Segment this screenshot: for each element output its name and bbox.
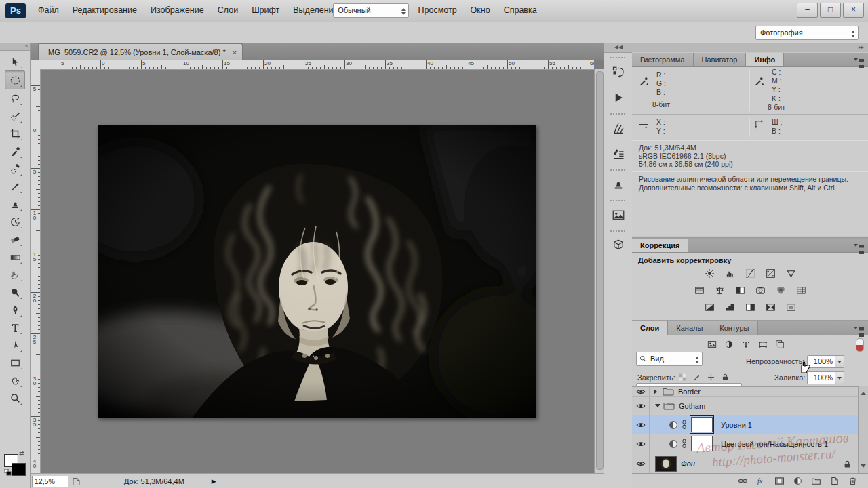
actions-panel-icon[interactable] <box>604 85 633 110</box>
mask-link-icon[interactable] <box>682 420 687 430</box>
layer-mask-thumbnail[interactable] <box>691 436 713 451</box>
adjustment-filter-button[interactable] <box>722 338 736 350</box>
black-white-adjustment-button[interactable] <box>732 284 748 297</box>
invert-adjustment-button[interactable] <box>701 301 717 314</box>
color-balance-adjustment-button[interactable] <box>711 284 728 297</box>
menu-item-layers[interactable]: Слои <box>211 0 245 22</box>
type-tool[interactable] <box>5 319 24 336</box>
strip-expand-header[interactable]: ◀◀ <box>604 43 633 53</box>
layer-mask-thumbnail[interactable] <box>691 417 713 432</box>
tab-layers[interactable]: Слои <box>632 321 668 335</box>
menu-item-edit[interactable]: Редактирование <box>66 0 144 22</box>
materials-panel-icon[interactable] <box>604 232 633 258</box>
link-layers-button[interactable] <box>736 476 749 487</box>
gradient-map-adjustment-button[interactable] <box>762 301 778 314</box>
posterize-adjustment-button[interactable] <box>722 301 738 314</box>
visibility-eye-icon[interactable] <box>632 387 650 396</box>
color-lookup-adjustment-button[interactable] <box>793 284 809 297</box>
lock-position-button[interactable] <box>705 371 717 383</box>
panel-menu-icon[interactable] <box>854 324 865 332</box>
tab-paths[interactable]: Контуры <box>711 321 757 335</box>
pen-tool[interactable] <box>5 301 24 319</box>
mask-link-icon[interactable] <box>682 439 687 449</box>
zoom-level-field[interactable]: 12,5% <box>32 476 68 487</box>
swap-colors-icon[interactable]: ⇄ <box>19 450 24 457</box>
dodge-tool[interactable] <box>5 283 24 301</box>
lock-all-button[interactable] <box>719 371 731 383</box>
layer-row-background[interactable]: Фон <box>632 453 859 474</box>
brightness-contrast-adjustment-button[interactable] <box>701 267 717 280</box>
opacity-dropdown-icon[interactable] <box>835 355 844 368</box>
eyedropper-tool[interactable] <box>5 142 24 160</box>
opacity-value[interactable]: 100% <box>807 355 836 368</box>
hand-tool[interactable] <box>5 371 24 389</box>
menu-item-file[interactable]: Файл <box>31 0 66 22</box>
gradient-tool[interactable] <box>5 248 24 266</box>
quick-selection-tool[interactable] <box>5 107 24 125</box>
canvas-viewport[interactable] <box>40 69 594 473</box>
menu-item-help[interactable]: Справка <box>497 0 544 22</box>
selective-color-adjustment-button[interactable] <box>783 301 799 314</box>
brush-panel-icon[interactable] <box>604 115 633 141</box>
fill-value[interactable]: 100% <box>807 371 836 384</box>
lock-transparency-button[interactable] <box>677 371 688 383</box>
layer-row-gotham[interactable]: Gotham <box>632 396 859 415</box>
levels-adjustment-button[interactable] <box>722 267 738 280</box>
clone-source-panel-icon[interactable] <box>604 171 633 197</box>
path-selection-tool[interactable] <box>5 336 24 354</box>
panel-menu-icon[interactable] <box>854 241 865 249</box>
menu-item-image[interactable]: Изображение <box>144 0 211 22</box>
minimize-button[interactable]: – <box>797 3 818 18</box>
elliptical-marquee-tool[interactable] <box>5 70 25 89</box>
shape-filter-button[interactable] <box>756 338 770 350</box>
layer-row-hue-saturation[interactable]: Цветовой тон/Насыщенность 1 <box>632 434 859 453</box>
new-layer-button[interactable] <box>828 476 840 487</box>
hue-saturation-adjustment-button[interactable] <box>691 284 707 297</box>
tab-adjustments[interactable]: Коррекция <box>632 239 688 252</box>
filtering-toggle[interactable] <box>856 338 864 352</box>
tab-close-icon[interactable]: × <box>233 48 237 56</box>
zoom-tool[interactable] <box>5 389 24 407</box>
photo-canvas[interactable] <box>98 125 536 418</box>
fill-dropdown-icon[interactable] <box>835 371 844 384</box>
group-collapsed-icon[interactable] <box>654 389 660 394</box>
tab-channels[interactable]: Каналы <box>668 321 711 335</box>
menu-item-type[interactable]: Шрифт <box>245 0 286 22</box>
rectangle-tool[interactable] <box>5 354 24 371</box>
threshold-adjustment-button[interactable] <box>742 301 758 314</box>
tab-histogram[interactable]: Гистограмма <box>632 53 694 66</box>
canvas-vertical-scrollbar[interactable] <box>594 69 604 473</box>
tab-navigator[interactable]: Навигатор <box>694 53 747 66</box>
menu-item-window[interactable]: Окно <box>464 0 497 22</box>
layer-kind-select[interactable]: Вид <box>636 352 703 366</box>
history-brush-tool[interactable] <box>5 213 24 230</box>
vibrance-adjustment-button[interactable] <box>783 267 799 280</box>
menu-item-view[interactable]: Просмотр <box>412 0 464 22</box>
visibility-eye-icon[interactable] <box>632 453 650 474</box>
smudge-tool[interactable] <box>5 266 24 283</box>
move-tool[interactable] <box>5 53 24 70</box>
photo-filter-adjustment-button[interactable] <box>752 284 768 297</box>
brush-tool[interactable] <box>5 178 24 195</box>
layer-list-scrollbar[interactable] <box>858 386 868 473</box>
spot-healing-tool[interactable] <box>5 160 24 178</box>
close-button[interactable]: × <box>843 3 864 18</box>
pixel-filter-button[interactable] <box>705 338 719 350</box>
layer-style-button[interactable]: fx <box>755 476 767 487</box>
toolbar-collapse-header[interactable]: » <box>0 43 30 51</box>
layer-row-border[interactable]: Border <box>632 387 859 396</box>
brush-presets-panel-icon[interactable] <box>604 141 633 167</box>
maximize-button[interactable]: □ <box>820 3 841 18</box>
layer-comps-panel-icon[interactable] <box>604 202 633 228</box>
lock-pixels-button[interactable] <box>691 371 703 383</box>
crop-tool[interactable] <box>5 125 24 142</box>
history-panel-icon[interactable] <box>604 59 633 85</box>
visibility-eye-icon[interactable] <box>632 396 650 415</box>
new-adjustment-button[interactable] <box>791 476 804 487</box>
add-mask-button[interactable] <box>773 476 785 487</box>
style-select[interactable]: Обычный <box>333 3 409 18</box>
dock-collapse-header[interactable]: ▸▸ <box>632 43 868 52</box>
workspace-select[interactable]: Фотография <box>755 26 859 40</box>
new-group-button[interactable] <box>810 476 822 487</box>
default-colors-icon[interactable] <box>4 469 11 475</box>
